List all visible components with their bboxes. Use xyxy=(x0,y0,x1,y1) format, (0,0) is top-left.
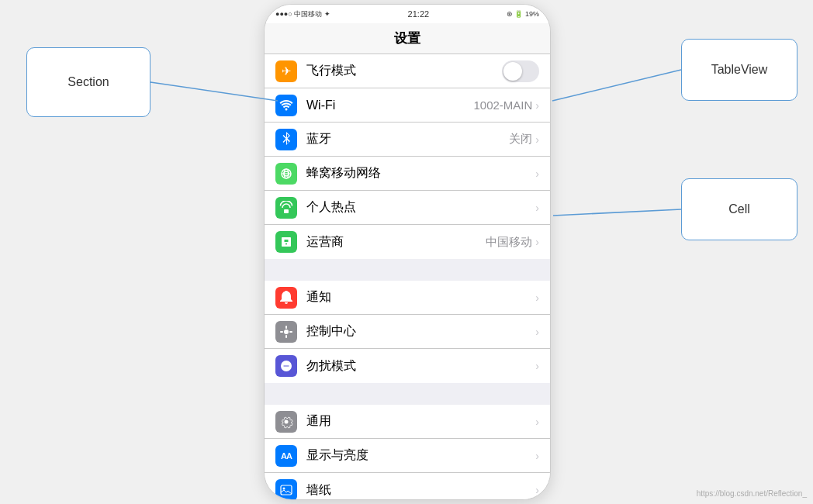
bluetooth-icon xyxy=(275,129,297,150)
svg-rect-7 xyxy=(285,335,287,338)
controlcenter-icon xyxy=(275,321,297,343)
carrier-text: ●●●○ 中国移动 ✦ xyxy=(275,9,330,19)
table-section-3: 通用 › AA 显示与亮度 › 墙纸 xyxy=(265,405,550,499)
tableview-annotation-label: TableView xyxy=(711,63,768,77)
controlcenter-chevron: › xyxy=(535,326,539,338)
wifi-icon xyxy=(275,95,297,116)
section-gap-2 xyxy=(265,383,550,405)
phone-frame: ●●●○ 中国移动 ✦ 21:22 ⊛ 🔋 19% 设置 ✈ 飞行模式 xyxy=(264,4,551,500)
svg-rect-4 xyxy=(284,209,289,213)
donotdisturb-label: 勿扰模式 xyxy=(306,358,535,375)
airplane-toggle[interactable] xyxy=(502,60,539,82)
svg-rect-9 xyxy=(289,331,292,333)
bluetooth-chevron: › xyxy=(535,133,539,146)
table-view[interactable]: ✈ 飞行模式 Wi-Fi xyxy=(265,54,550,499)
cell-cellular[interactable]: 蜂窝移动网络 › xyxy=(265,157,550,191)
section-annotation: Section xyxy=(26,47,150,117)
section-gap-1 xyxy=(265,259,550,281)
svg-rect-8 xyxy=(280,331,283,333)
cellular-icon xyxy=(275,163,297,185)
watermark: https://blog.csdn.net/Reflection_ xyxy=(697,489,807,498)
cell-wifi[interactable]: Wi-Fi 1002-MAIN › xyxy=(265,88,550,123)
svg-point-12 xyxy=(283,488,285,490)
status-right: ⊛ 🔋 19% xyxy=(507,10,539,18)
svg-point-10 xyxy=(285,419,289,423)
cell-airplane[interactable]: ✈ 飞行模式 xyxy=(265,54,550,88)
cell-hotspot[interactable]: 个人热点 › xyxy=(265,191,550,225)
donotdisturb-icon xyxy=(275,355,297,377)
notification-chevron: › xyxy=(535,292,539,304)
table-section-2: 通知 › 控制中心 › xyxy=(265,281,550,383)
cell-notification[interactable]: 通知 › xyxy=(265,281,550,315)
carrier-value: 中国移动 xyxy=(486,235,532,250)
wifi-label: Wi-Fi xyxy=(306,98,473,112)
cell-controlcenter[interactable]: 控制中心 › xyxy=(265,315,550,349)
svg-line-14 xyxy=(552,70,681,101)
controlcenter-label: 控制中心 xyxy=(306,323,535,340)
toggle-thumb xyxy=(503,62,522,81)
cell-donotdisturb[interactable]: 勿扰模式 › xyxy=(265,349,550,383)
cellular-label: 蜂窝移动网络 xyxy=(306,165,535,181)
svg-line-15 xyxy=(553,209,681,216)
wallpaper-icon xyxy=(275,479,297,499)
carrier-label: 运营商 xyxy=(306,234,486,250)
battery-text: ⊛ 🔋 19% xyxy=(507,10,539,18)
tableview-annotation: TableView xyxy=(681,39,797,101)
phone-wrapper: ●●●○ 中国移动 ✦ 21:22 ⊛ 🔋 19% 设置 ✈ 飞行模式 xyxy=(264,4,551,500)
cell-general[interactable]: 通用 › xyxy=(265,405,550,439)
cell-annotation-label: Cell xyxy=(728,202,750,216)
wallpaper-label: 墙纸 xyxy=(306,482,535,499)
carrier-chevron: › xyxy=(535,236,539,248)
status-time: 21:22 xyxy=(408,9,430,19)
display-label: 显示与亮度 xyxy=(306,447,535,464)
nav-title: 设置 xyxy=(394,29,420,47)
svg-line-13 xyxy=(150,82,278,101)
general-icon xyxy=(275,411,297,433)
svg-rect-11 xyxy=(281,485,292,495)
hotspot-label: 个人热点 xyxy=(306,199,535,216)
airplane-label: 飞行模式 xyxy=(306,63,502,79)
section-annotation-label: Section xyxy=(67,75,109,89)
cell-display[interactable]: AA 显示与亮度 › xyxy=(265,439,550,473)
status-bar: ●●●○ 中国移动 ✦ 21:22 ⊛ 🔋 19% xyxy=(265,5,550,23)
cell-annotation: Cell xyxy=(681,178,797,240)
display-chevron: › xyxy=(535,450,539,462)
cell-wallpaper[interactable]: 墙纸 › xyxy=(265,473,550,499)
hotspot-chevron: › xyxy=(535,202,539,214)
bluetooth-value: 关闭 xyxy=(509,132,532,147)
donotdisturb-chevron: › xyxy=(535,360,539,372)
svg-point-5 xyxy=(284,330,289,334)
cell-carrier[interactable]: 运营商 中国移动 › xyxy=(265,225,550,259)
airplane-icon: ✈ xyxy=(275,60,297,82)
wallpaper-chevron: › xyxy=(535,484,539,496)
nav-bar: 设置 xyxy=(265,23,550,54)
general-chevron: › xyxy=(535,416,539,428)
cell-bluetooth[interactable]: 蓝牙 关闭 › xyxy=(265,123,550,157)
carrier-icon xyxy=(275,231,297,253)
hotspot-icon xyxy=(275,197,297,219)
bluetooth-label: 蓝牙 xyxy=(306,131,509,147)
cellular-chevron: › xyxy=(535,167,539,180)
status-left: ●●●○ 中国移动 ✦ xyxy=(275,9,330,19)
notification-icon xyxy=(275,287,297,309)
general-label: 通用 xyxy=(306,413,535,430)
display-icon: AA xyxy=(275,445,297,467)
svg-rect-6 xyxy=(285,326,287,329)
wifi-chevron: › xyxy=(535,99,539,112)
wifi-value: 1002-MAIN xyxy=(473,98,532,112)
notification-label: 通知 xyxy=(306,289,535,306)
table-section-1: ✈ 飞行模式 Wi-Fi xyxy=(265,54,550,259)
